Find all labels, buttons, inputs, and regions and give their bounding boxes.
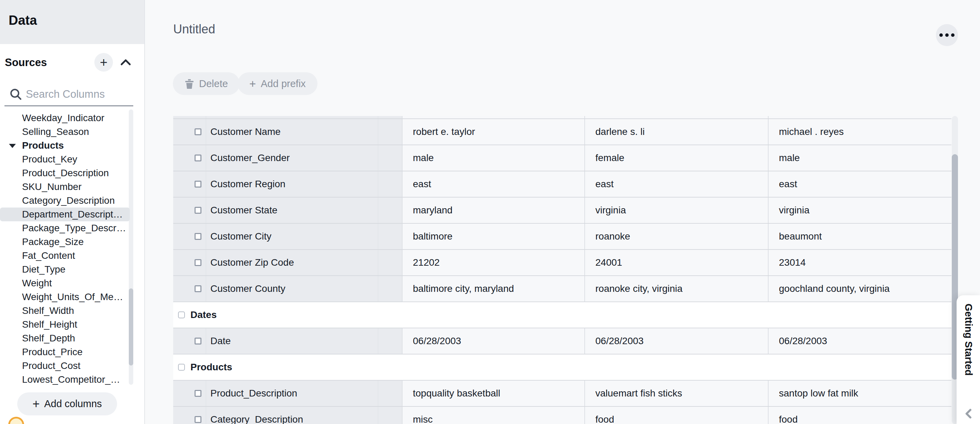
chevron-left-icon[interactable] [964, 408, 972, 419]
sidebar-item-shelf-width[interactable]: Shelf_Width [0, 304, 130, 318]
sidebar-item-selling-season[interactable]: Selling_Season [0, 125, 130, 139]
data-table: Customer Namerobert e. taylordarlene s. … [173, 116, 951, 424]
cell-label[interactable]: Customer Name [205, 119, 378, 145]
row-checkbox[interactable] [194, 416, 202, 423]
sidebar-item-fat-content[interactable]: Fat_Content [0, 249, 130, 263]
cell-checkbox-column [173, 328, 205, 354]
caret-down-icon[interactable] [9, 144, 16, 148]
row-checkbox[interactable] [194, 259, 202, 266]
sidebar-item-label: Lowest_Competitor_… [0, 374, 120, 385]
sidebar-item-weekday-indicator[interactable]: Weekday_Indicator [0, 111, 130, 125]
cell-value: misc [402, 407, 584, 424]
sidebar-item-sku-number[interactable]: SKU_Number [0, 180, 130, 194]
cell-checkbox-column [173, 119, 205, 145]
cell-checkbox-column [173, 276, 205, 302]
page-title-data: Data [9, 13, 37, 28]
sidebar-item-weight[interactable]: Weight [0, 276, 130, 290]
sidebar-item-shelf-depth[interactable]: Shelf_Depth [0, 332, 130, 345]
table-section-row-dates[interactable]: Dates [173, 302, 951, 328]
sidebar-item-product-cost[interactable]: Product_Cost [0, 359, 130, 373]
section-checkbox[interactable] [178, 364, 185, 371]
table-row-customer-city: Customer Citybaltimoreroanokebeaumont [173, 224, 951, 250]
sidebar-item-label: Product_Description [0, 168, 109, 179]
cell-label[interactable]: Customer Region [205, 172, 378, 197]
help-bubble[interactable] [8, 417, 24, 424]
add-prefix-label: Add prefix [261, 78, 306, 89]
cell-value: 06/28/2003 [584, 328, 768, 354]
sidebar: Data Sources + Weekday_IndicatorSelling_… [0, 0, 145, 424]
cell-gap [378, 407, 402, 424]
sidebar-item-label: Shelf_Height [0, 319, 77, 330]
search-field [5, 83, 133, 106]
sidebar-item-lowest-competitor[interactable]: Lowest_Competitor_… [0, 373, 130, 386]
sidebar-item-label: Fat_Content [0, 250, 75, 261]
add-source-button[interactable]: + [94, 53, 113, 71]
sidebar-item-product-price[interactable]: Product_Price [0, 345, 130, 359]
cell-value: topquality basketball [402, 381, 584, 406]
document-title[interactable]: Untitled [173, 22, 215, 37]
sidebar-item-label: Diet_Type [0, 264, 65, 275]
sidebar-item-diet-type[interactable]: Diet_Type [0, 263, 130, 276]
cell-value: virginia [584, 197, 768, 223]
cell-value: 06/28/2003 [402, 328, 584, 354]
cell-label[interactable]: Date [205, 328, 378, 354]
add-prefix-button[interactable]: + Add prefix [238, 72, 318, 95]
row-checkbox[interactable] [194, 207, 202, 214]
ellipsis-icon [939, 33, 943, 37]
row-checkbox[interactable] [194, 285, 202, 292]
cell-label[interactable]: Product_Description [205, 381, 378, 406]
cell-value: robert e. taylor [402, 119, 584, 145]
cell-value: roanoke [584, 224, 768, 249]
plus-icon: + [100, 56, 107, 69]
search-input[interactable] [26, 86, 129, 103]
cell-label[interactable]: Customer State [205, 197, 378, 223]
table-row-date: Date06/28/200306/28/200306/28/2003 [173, 328, 951, 354]
delete-button[interactable]: Delete [173, 72, 240, 95]
sidebar-item-weight-units-of-me[interactable]: Weight_Units_Of_Me… [0, 290, 130, 304]
cell-value: roanoke city, virginia [584, 276, 768, 302]
table-row-product-description: Product_Descriptiontopquality basketball… [173, 381, 951, 407]
sidebar-item-category-description[interactable]: Category_Description [0, 194, 130, 208]
row-checkbox[interactable] [194, 129, 202, 135]
getting-started-label: Getting Started [963, 303, 974, 375]
cell-label[interactable]: Category_Description [205, 407, 378, 424]
getting-started-panel[interactable]: Getting Started [956, 295, 980, 424]
add-columns-button[interactable]: + Add columns [17, 392, 117, 415]
plus-icon: + [249, 78, 256, 89]
cell-gap [378, 276, 402, 302]
table-row-customer-region: Customer Regioneasteasteast [173, 172, 951, 197]
row-checkbox[interactable] [194, 338, 202, 345]
sidebar-item-shelf-height[interactable]: Shelf_Height [0, 318, 130, 332]
cell-value: male [402, 145, 584, 171]
cell-gap [378, 381, 402, 406]
sidebar-item-department-descript[interactable]: Department_Descript… [0, 208, 130, 221]
sidebar-item-label: Category_Description [0, 195, 115, 206]
plus-icon: + [32, 398, 40, 410]
section-checkbox[interactable] [178, 311, 185, 318]
row-checkbox[interactable] [194, 154, 202, 161]
more-options-button[interactable] [936, 24, 958, 46]
table-row-clipped [173, 116, 951, 119]
cell-label[interactable]: Customer County [205, 276, 378, 302]
table-section-row-products[interactable]: Products [173, 354, 951, 381]
sidebar-item-products[interactable]: Products [0, 139, 130, 152]
sidebar-item-product-description[interactable]: Product_Description [0, 166, 130, 180]
sidebar-item-product-key[interactable]: Product_Key [0, 152, 130, 166]
cell-label[interactable]: Customer Zip Code [205, 250, 378, 275]
sidebar-item-label: Department_Descript… [0, 209, 123, 220]
table-row-customer-name: Customer Namerobert e. taylordarlene s. … [173, 119, 951, 145]
cell-value: east [768, 172, 951, 197]
cell-gap [378, 145, 402, 171]
row-checkbox[interactable] [194, 390, 202, 397]
row-checkbox[interactable] [194, 233, 202, 240]
cell-label[interactable]: Customer_Gender [205, 145, 378, 171]
trash-icon [185, 78, 194, 89]
cell-gap [378, 197, 402, 223]
cell-gap [378, 250, 402, 275]
chevron-up-icon[interactable] [119, 57, 132, 67]
sidebar-item-package-size[interactable]: Package_Size [0, 235, 130, 249]
sidebar-item-package-type-descr[interactable]: Package_Type_Descr… [0, 221, 130, 235]
cell-gap [378, 116, 402, 118]
cell-label[interactable]: Customer City [205, 224, 378, 249]
row-checkbox[interactable] [194, 181, 202, 187]
